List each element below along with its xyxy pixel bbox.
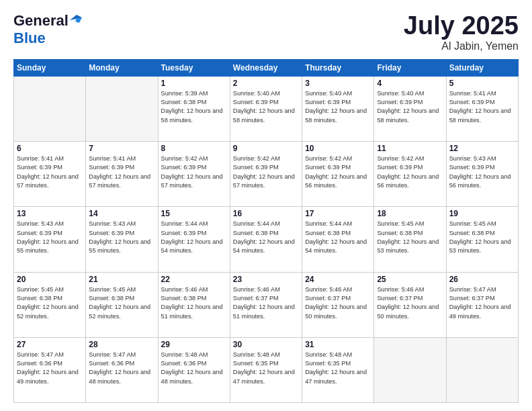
col-monday: Monday — [86, 59, 158, 76]
calendar-cell: 18Sunrise: 5:45 AMSunset: 6:38 PMDayligh… — [374, 207, 446, 272]
day-number: 2 — [233, 79, 299, 88]
day-number: 7 — [89, 144, 154, 153]
sun-info: Sunrise: 5:41 AMSunset: 6:39 PMDaylight:… — [89, 154, 154, 190]
calendar-cell: 27Sunrise: 5:47 AMSunset: 6:36 PMDayligh… — [14, 337, 86, 402]
calendar-cell: 4Sunrise: 5:40 AMSunset: 6:39 PMDaylight… — [374, 76, 446, 141]
calendar-week-row: 20Sunrise: 5:45 AMSunset: 6:38 PMDayligh… — [14, 272, 519, 337]
sun-info: Sunrise: 5:47 AMSunset: 6:37 PMDaylight:… — [449, 285, 515, 321]
sun-info: Sunrise: 5:45 AMSunset: 6:38 PMDaylight:… — [17, 285, 83, 321]
day-number: 13 — [17, 209, 83, 218]
calendar-cell: 8Sunrise: 5:42 AMSunset: 6:39 PMDaylight… — [158, 142, 230, 207]
calendar-cell: 26Sunrise: 5:47 AMSunset: 6:37 PMDayligh… — [446, 272, 518, 337]
day-number: 19 — [449, 209, 515, 218]
sun-info: Sunrise: 5:45 AMSunset: 6:38 PMDaylight:… — [449, 220, 515, 255]
sun-info: Sunrise: 5:46 AMSunset: 6:38 PMDaylight:… — [161, 285, 227, 321]
sun-info: Sunrise: 5:47 AMSunset: 6:36 PMDaylight:… — [17, 351, 83, 386]
calendar-cell: 7Sunrise: 5:41 AMSunset: 6:39 PMDaylight… — [86, 142, 158, 207]
day-number: 31 — [305, 340, 371, 349]
sun-info: Sunrise: 5:40 AMSunset: 6:39 PMDaylight:… — [305, 89, 371, 125]
day-number: 6 — [17, 144, 83, 153]
day-number: 18 — [377, 209, 443, 218]
calendar-table: Sunday Monday Tuesday Wednesday Thursday… — [13, 59, 519, 403]
location: Al Jabin, Yemen — [404, 40, 519, 52]
calendar-week-row: 13Sunrise: 5:43 AMSunset: 6:39 PMDayligh… — [14, 207, 519, 272]
calendar-cell: 2Sunrise: 5:40 AMSunset: 6:39 PMDaylight… — [230, 76, 302, 141]
calendar-cell — [446, 337, 518, 402]
calendar-cell: 31Sunrise: 5:48 AMSunset: 6:35 PMDayligh… — [302, 337, 374, 402]
sun-info: Sunrise: 5:43 AMSunset: 6:39 PMDaylight:… — [449, 154, 515, 190]
calendar-cell: 25Sunrise: 5:46 AMSunset: 6:37 PMDayligh… — [374, 272, 446, 337]
calendar-cell: 1Sunrise: 5:39 AMSunset: 6:38 PMDaylight… — [158, 76, 230, 141]
sun-info: Sunrise: 5:46 AMSunset: 6:37 PMDaylight:… — [377, 285, 443, 321]
day-number: 9 — [233, 144, 299, 153]
day-number: 8 — [161, 144, 227, 153]
logo-bird-icon — [70, 15, 82, 24]
col-wednesday: Wednesday — [230, 59, 302, 76]
calendar-cell: 12Sunrise: 5:43 AMSunset: 6:39 PMDayligh… — [446, 142, 518, 207]
calendar-cell: 23Sunrise: 5:46 AMSunset: 6:37 PMDayligh… — [230, 272, 302, 337]
calendar-cell — [14, 76, 86, 141]
col-thursday: Thursday — [302, 59, 374, 76]
col-saturday: Saturday — [446, 59, 518, 76]
calendar-cell: 21Sunrise: 5:45 AMSunset: 6:38 PMDayligh… — [86, 272, 158, 337]
day-number: 10 — [305, 144, 371, 153]
month-title: July 2025 — [404, 12, 519, 40]
sun-info: Sunrise: 5:42 AMSunset: 6:39 PMDaylight:… — [377, 154, 443, 190]
day-number: 20 — [17, 275, 83, 284]
day-number: 26 — [449, 275, 515, 284]
day-number: 11 — [377, 144, 443, 153]
sun-info: Sunrise: 5:41 AMSunset: 6:39 PMDaylight:… — [17, 154, 83, 190]
calendar-cell: 16Sunrise: 5:44 AMSunset: 6:38 PMDayligh… — [230, 207, 302, 272]
calendar-cell: 5Sunrise: 5:41 AMSunset: 6:39 PMDaylight… — [446, 76, 518, 141]
col-friday: Friday — [374, 59, 446, 76]
sun-info: Sunrise: 5:44 AMSunset: 6:38 PMDaylight:… — [233, 220, 299, 255]
sun-info: Sunrise: 5:48 AMSunset: 6:36 PMDaylight:… — [161, 351, 227, 386]
day-number: 17 — [305, 209, 371, 218]
sun-info: Sunrise: 5:47 AMSunset: 6:36 PMDaylight:… — [89, 351, 154, 386]
sun-info: Sunrise: 5:43 AMSunset: 6:39 PMDaylight:… — [89, 220, 154, 255]
calendar-cell: 15Sunrise: 5:44 AMSunset: 6:39 PMDayligh… — [158, 207, 230, 272]
logo-general-text: General — [13, 12, 69, 30]
calendar-cell: 22Sunrise: 5:46 AMSunset: 6:38 PMDayligh… — [158, 272, 230, 337]
logo-blue-text: Blue — [13, 30, 46, 47]
sun-info: Sunrise: 5:44 AMSunset: 6:38 PMDaylight:… — [305, 220, 371, 255]
day-number: 5 — [449, 79, 515, 88]
calendar-cell: 14Sunrise: 5:43 AMSunset: 6:39 PMDayligh… — [86, 207, 158, 272]
day-number: 16 — [233, 209, 299, 218]
sun-info: Sunrise: 5:44 AMSunset: 6:39 PMDaylight:… — [161, 220, 227, 255]
calendar-cell: 3Sunrise: 5:40 AMSunset: 6:39 PMDaylight… — [302, 76, 374, 141]
sun-info: Sunrise: 5:48 AMSunset: 6:35 PMDaylight:… — [233, 351, 299, 386]
sun-info: Sunrise: 5:41 AMSunset: 6:39 PMDaylight:… — [449, 89, 515, 125]
sun-info: Sunrise: 5:46 AMSunset: 6:37 PMDaylight:… — [233, 285, 299, 321]
day-number: 3 — [305, 79, 371, 88]
calendar-cell: 10Sunrise: 5:42 AMSunset: 6:39 PMDayligh… — [302, 142, 374, 207]
day-number: 27 — [17, 340, 83, 349]
calendar-cell: 17Sunrise: 5:44 AMSunset: 6:38 PMDayligh… — [302, 207, 374, 272]
day-number: 1 — [161, 79, 227, 88]
calendar-cell — [86, 76, 158, 141]
sun-info: Sunrise: 5:46 AMSunset: 6:37 PMDaylight:… — [305, 285, 371, 321]
calendar-cell: 13Sunrise: 5:43 AMSunset: 6:39 PMDayligh… — [14, 207, 86, 272]
sun-info: Sunrise: 5:45 AMSunset: 6:38 PMDaylight:… — [89, 285, 154, 321]
day-number: 15 — [161, 209, 227, 218]
sun-info: Sunrise: 5:40 AMSunset: 6:39 PMDaylight:… — [233, 89, 299, 125]
day-number: 29 — [161, 340, 227, 349]
sun-info: Sunrise: 5:40 AMSunset: 6:39 PMDaylight:… — [377, 89, 443, 125]
page: General Blue July 2025 Al Jabin, Yemen S… — [0, 0, 532, 411]
sun-info: Sunrise: 5:42 AMSunset: 6:39 PMDaylight:… — [161, 154, 227, 190]
col-tuesday: Tuesday — [158, 59, 230, 76]
sun-info: Sunrise: 5:48 AMSunset: 6:35 PMDaylight:… — [305, 351, 371, 386]
day-number: 30 — [233, 340, 299, 349]
calendar-header-row: Sunday Monday Tuesday Wednesday Thursday… — [14, 59, 519, 76]
sun-info: Sunrise: 5:39 AMSunset: 6:38 PMDaylight:… — [161, 89, 227, 125]
calendar-cell: 30Sunrise: 5:48 AMSunset: 6:35 PMDayligh… — [230, 337, 302, 402]
day-number: 25 — [377, 275, 443, 284]
col-sunday: Sunday — [14, 59, 86, 76]
calendar-cell — [374, 337, 446, 402]
title-block: July 2025 Al Jabin, Yemen — [404, 12, 519, 52]
calendar-week-row: 27Sunrise: 5:47 AMSunset: 6:36 PMDayligh… — [14, 337, 519, 402]
day-number: 12 — [449, 144, 515, 153]
calendar-cell: 6Sunrise: 5:41 AMSunset: 6:39 PMDaylight… — [14, 142, 86, 207]
sun-info: Sunrise: 5:42 AMSunset: 6:39 PMDaylight:… — [233, 154, 299, 190]
sun-info: Sunrise: 5:45 AMSunset: 6:38 PMDaylight:… — [377, 220, 443, 255]
